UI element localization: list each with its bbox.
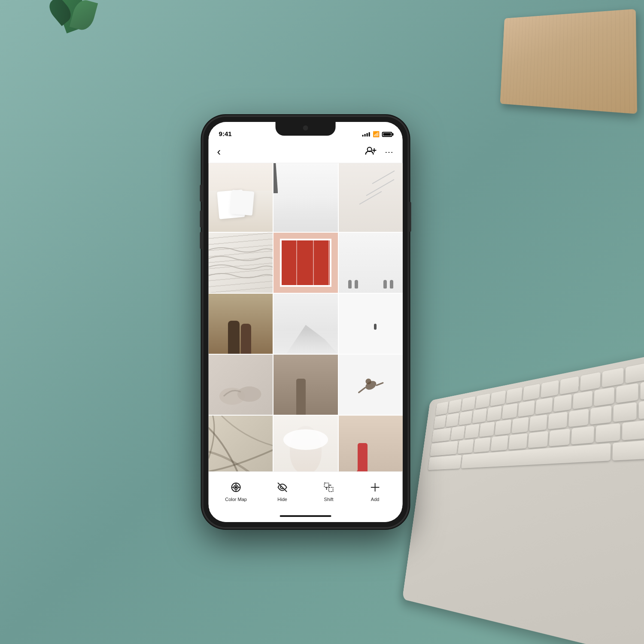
grid-row-2	[209, 233, 403, 293]
toolbar-color-map[interactable]: Color Map	[213, 480, 259, 502]
toolbar: Color Map Hide	[209, 471, 403, 510]
status-time: 9:41	[219, 130, 232, 138]
keyboard-decoration	[402, 347, 644, 644]
photo-cell[interactable]	[273, 163, 337, 232]
shift-label: Shift	[324, 497, 334, 502]
photo-cell[interactable]	[273, 294, 337, 354]
grid-row-4	[209, 355, 403, 415]
plant-decoration	[52, 0, 103, 47]
add-icon	[368, 480, 382, 494]
photo-cell[interactable]	[209, 355, 273, 415]
toolbar-hide[interactable]: Hide	[259, 480, 306, 502]
svg-line-6	[376, 383, 383, 386]
svg-line-5	[358, 388, 365, 392]
back-button[interactable]: ‹	[217, 145, 221, 158]
home-bar	[280, 515, 331, 517]
wood-block-decoration	[500, 9, 637, 114]
photo-cell[interactable]	[209, 416, 273, 471]
svg-point-4	[365, 379, 371, 384]
photo-cell[interactable]	[338, 416, 402, 471]
photo-cell[interactable]	[273, 233, 337, 293]
photo-cell[interactable]	[209, 233, 273, 293]
scene: 9:41 📶	[0, 0, 644, 644]
photo-cell[interactable]	[209, 294, 273, 354]
nav-bar: ‹ ⋯	[209, 141, 403, 163]
nav-actions: ⋯	[365, 146, 394, 158]
add-label: Add	[371, 497, 380, 502]
toolbar-add[interactable]: Add	[352, 480, 398, 502]
toolbar-shift[interactable]: Shift	[306, 480, 352, 502]
svg-rect-11	[329, 487, 333, 492]
more-button[interactable]: ⋯	[385, 147, 394, 157]
photo-cell[interactable]	[273, 355, 337, 415]
photo-cell[interactable]	[209, 163, 273, 232]
hide-icon	[276, 480, 289, 494]
photo-cell[interactable]	[338, 355, 402, 415]
phone-screen: 9:41 📶	[209, 122, 403, 522]
battery-icon	[382, 132, 392, 137]
wifi-icon: 📶	[373, 131, 380, 137]
grid-row-3	[209, 294, 403, 354]
photo-cell[interactable]	[338, 163, 402, 232]
photo-cell[interactable]	[338, 233, 402, 293]
phone: 9:41 📶	[203, 116, 409, 528]
phone-notch	[276, 122, 336, 136]
svg-point-9	[235, 486, 237, 488]
grid-row-5	[209, 416, 403, 471]
status-icons: 📶	[362, 131, 392, 138]
color-map-icon	[229, 480, 243, 494]
home-indicator	[209, 510, 403, 522]
shift-icon	[322, 480, 336, 494]
signal-icon	[362, 132, 370, 137]
photo-grid[interactable]	[209, 163, 403, 471]
hide-label: Hide	[277, 497, 287, 502]
svg-point-2	[237, 386, 261, 402]
grid-row-1	[209, 163, 403, 232]
photo-cell[interactable]	[338, 294, 402, 354]
add-user-button[interactable]	[365, 146, 377, 158]
photo-cell[interactable]	[273, 416, 337, 471]
svg-rect-10	[325, 483, 329, 487]
color-map-label: Color Map	[225, 497, 247, 502]
